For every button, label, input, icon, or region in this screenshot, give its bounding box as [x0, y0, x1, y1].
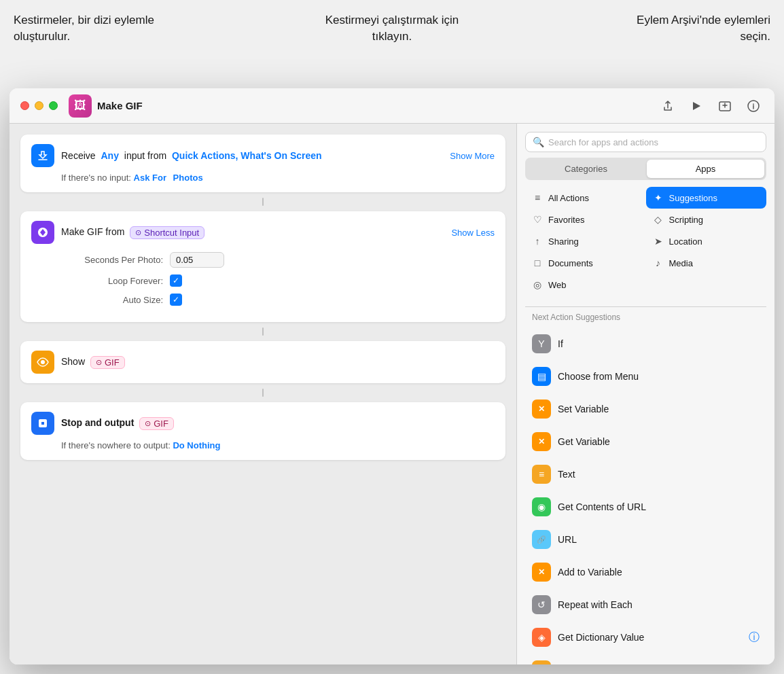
choose-menu-icon: ▤ — [537, 371, 546, 382]
receive-action-card: Receive Any input from Quick Actions, Wh… — [20, 135, 505, 192]
show-more-button[interactable]: Show More — [450, 151, 495, 161]
search-input[interactable] — [548, 137, 759, 147]
get-url-label: Get Contents of URL — [558, 501, 646, 512]
receive-any-link[interactable]: Any — [101, 150, 118, 161]
category-web[interactable]: ◎ Web — [525, 274, 646, 296]
list-item-if[interactable]: Y If — [522, 327, 769, 360]
category-all-actions[interactable]: ≡ All Actions — [525, 187, 646, 209]
sharing-label: Sharing — [548, 236, 579, 247]
suggestions-label: Suggestions — [669, 193, 718, 203]
all-actions-icon: ≡ — [532, 192, 543, 203]
makegif-title: Make GIF from ⊙ Shortcut Input — [61, 226, 444, 239]
receive-icon — [31, 144, 54, 167]
search-input-wrap: 🔍 — [525, 132, 766, 152]
category-location[interactable]: ➤ Location — [646, 230, 767, 252]
stop-gif-pill[interactable]: ⊙ GIF — [139, 417, 174, 430]
makegif-label: Make GIF from — [61, 226, 124, 237]
do-nothing-link[interactable]: Do Nothing — [173, 440, 220, 450]
loop-label: Loop Forever: — [61, 276, 163, 286]
list-item-get-dict-value[interactable]: ◈ Get Dictionary Value ⓘ — [522, 621, 769, 654]
all-actions-label: All Actions — [548, 193, 589, 203]
repeat-icon: ↺ — [537, 599, 546, 610]
category-scripting[interactable]: ◇ Scripting — [646, 209, 767, 230]
text-badge: ≡ — [532, 465, 551, 484]
close-button[interactable] — [20, 101, 29, 110]
category-favorites[interactable]: ♡ Favorites — [525, 209, 646, 230]
photos-link[interactable]: Photos — [173, 173, 203, 183]
favorites-icon: ♡ — [532, 214, 543, 225]
auto-size-row: Auto Size: ✓ — [61, 294, 495, 306]
receive-title: Receive Any input from Quick Actions, Wh… — [61, 150, 443, 161]
divider-1 — [20, 198, 505, 206]
share-button[interactable] — [658, 96, 678, 116]
suggestions-icon: ✦ — [653, 192, 664, 203]
receive-sources-link[interactable]: Quick Actions, What's On Screen — [172, 150, 322, 161]
get-dict-info-button[interactable]: ⓘ — [749, 631, 760, 645]
divider-line-1 — [262, 198, 264, 206]
window-title: Make GIF — [97, 100, 658, 111]
stop-output-card: Stop and output ⊙ GIF If there's nowhere… — [20, 402, 505, 460]
divider-2 — [20, 327, 505, 336]
makegif-icon — [31, 221, 54, 244]
add-action-button[interactable] — [715, 96, 735, 116]
show-action-card: Show ⊙ GIF — [20, 341, 505, 383]
no-input-label: If there's no input: — [61, 173, 131, 183]
svg-marker-0 — [693, 102, 700, 110]
run-button[interactable] — [686, 96, 707, 116]
get-url-badge: ◉ — [532, 497, 551, 516]
list-item-repeat-each[interactable]: ↺ Repeat with Each — [522, 588, 769, 621]
category-media[interactable]: ♪ Media — [646, 252, 767, 274]
search-icon: 🔍 — [533, 137, 544, 147]
media-icon: ♪ — [653, 258, 664, 268]
show-header: Show ⊙ GIF — [31, 351, 495, 374]
get-dict-label: Get Dictionary Value — [558, 632, 644, 643]
tab-apps[interactable]: Apps — [647, 160, 764, 178]
autosize-checkbox[interactable]: ✓ — [170, 294, 182, 306]
makegif-action-card: Make GIF from ⊙ Shortcut Input Show Less… — [20, 211, 505, 322]
list-item-choose-menu[interactable]: ▤ Choose from Menu — [522, 360, 769, 393]
set-var-icon: ✕ — [538, 404, 545, 414]
location-label: Location — [669, 236, 702, 247]
add-var-label: Add to Variable — [558, 567, 622, 578]
set-var-badge: ✕ — [532, 400, 551, 419]
category-suggestions[interactable]: ✦ Suggestions — [646, 187, 767, 209]
annotation-right: Eylem Arşivi'nde eylemleri seçin. — [621, 12, 770, 45]
titlebar: 🖼 Make GIF — [10, 88, 774, 124]
show-less-button[interactable]: Show Less — [451, 228, 495, 238]
text-label: Text — [558, 469, 575, 480]
web-icon: ◎ — [532, 279, 543, 290]
category-sharing[interactable]: ↑ Sharing — [525, 230, 646, 252]
shortcut-input-label: Shortcut Input — [144, 228, 199, 238]
divider-3 — [20, 389, 505, 397]
list-item-get-variable[interactable]: ✕ Get Variable — [522, 425, 769, 458]
list-item-set-variable[interactable]: ✕ Set Variable — [522, 393, 769, 425]
annotation-left: Kestirmeler, bir dizi eylemle oluşturulu… — [14, 12, 163, 45]
url-badge-icon: 🔗 — [537, 535, 546, 544]
show-gif-pill[interactable]: ⊙ GIF — [90, 356, 125, 369]
ask-for-link[interactable]: Ask For — [134, 173, 166, 183]
documents-label: Documents — [548, 258, 593, 268]
url-badge: 🔗 — [532, 530, 551, 549]
stop-header: Stop and output ⊙ GIF — [31, 412, 495, 435]
media-label: Media — [669, 258, 693, 268]
tab-categories[interactable]: Categories — [527, 160, 645, 178]
shortcut-input-pill[interactable]: ⊙ Shortcut Input — [130, 226, 204, 239]
info-button[interactable] — [743, 96, 764, 116]
list-item-url[interactable]: 🔗 URL — [522, 523, 769, 556]
minimize-button[interactable] — [35, 101, 43, 110]
stop-icon — [31, 412, 54, 435]
list-item-text[interactable]: ≡ Text — [522, 458, 769, 491]
list-item-get-contents-url[interactable]: ◉ Get Contents of URL — [522, 491, 769, 523]
category-documents[interactable]: □ Documents — [525, 252, 646, 274]
seconds-input[interactable] — [170, 252, 224, 268]
loop-checkbox[interactable]: ✓ — [170, 274, 182, 287]
if-badge-icon: Y — [538, 338, 544, 349]
maximize-button[interactable] — [49, 101, 58, 110]
get-url-icon: ◉ — [537, 501, 546, 512]
list-item-add-variable[interactable]: ✕ Add to Variable — [522, 556, 769, 588]
scripting-icon: ◇ — [653, 214, 664, 225]
next-action-suggestions-label: Next Action Suggestions — [517, 310, 774, 327]
loop-forever-row: Loop Forever: ✓ — [61, 274, 495, 287]
list-item-match-text[interactable]: ≡ Match Text — [522, 654, 769, 664]
repeat-label: Repeat with Each — [558, 599, 632, 610]
